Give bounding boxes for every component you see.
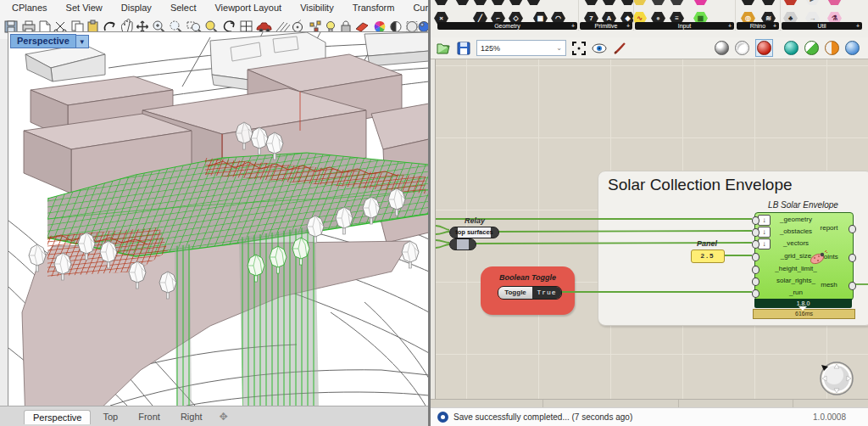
input-nub[interactable] [752,289,760,298]
input-vectors[interactable]: _vectors [769,239,823,247]
tab-perspective[interactable]: Perspective [24,410,91,424]
viewport-title[interactable]: Perspective [10,34,76,48]
zoom-icon[interactable] [153,21,164,32]
input-nub[interactable] [752,216,760,225]
gh-canvas[interactable]: Solar Collection Envelope Relay top surf… [431,59,868,399]
gh-tab-geometry[interactable]: Geometry+ [437,22,577,30]
pan-hand-icon[interactable] [122,20,133,34]
gh-palette-icon-play[interactable]: ▶ [805,0,820,5]
tab-top[interactable]: Top [94,410,126,423]
gh-palette-icon[interactable] [455,0,470,5]
output-nub[interactable] [849,282,856,290]
move-icon[interactable] [137,21,148,32]
gh-tab-primitive[interactable]: Primitive+ [580,22,632,30]
gh-palette-icon[interactable] [473,0,487,5]
rhino-viewport[interactable] [8,32,429,406]
viewport-title-tab[interactable]: Perspective ▼ [10,34,89,48]
input-nub[interactable] [752,253,760,261]
save-file-icon[interactable] [456,41,471,56]
tab-right[interactable]: Right [172,410,211,423]
window-divider[interactable] [428,0,431,426]
new-file-icon[interactable] [40,21,50,32]
gh-palette-icon[interactable] [584,0,598,5]
new-viewport-icon[interactable]: ✥ [220,411,228,423]
menu-visibility[interactable]: Visibility [300,3,334,13]
menu-set-view[interactable]: Set View [66,3,103,13]
doc-preview-orange-icon[interactable] [825,41,839,55]
gh-palette-icon-ruler[interactable] [632,0,647,5]
input-nub[interactable] [752,277,760,286]
menu-select[interactable]: Select [170,3,197,13]
gh-palette-icon[interactable] [670,0,684,5]
preview-mode-icons [715,39,868,57]
zoom-dynamic-icon[interactable] [170,21,181,32]
rotate-view-icon[interactable] [225,21,234,31]
copy-icon[interactable] [72,21,83,33]
gh-palette-icon-cherries[interactable] [783,0,798,5]
gh-palette-icon[interactable] [526,0,541,5]
gh-tab-rhino[interactable]: Rhino+ [737,22,779,30]
car-icon[interactable] [257,23,271,32]
doc-preview-teal-icon[interactable] [784,41,798,55]
gh-palette-icon[interactable] [491,0,505,5]
boolean-toggle-component[interactable]: Toggle True [498,286,562,300]
lb-solar-envelope-component[interactable]: ↓ ↓ ↓ _geometry _obstacles _vectors _gri… [754,212,854,300]
sphere-dashed-icon[interactable] [407,22,417,32]
menu-display[interactable]: Display [121,3,152,13]
gh-palette-icon-gradient[interactable] [693,0,708,5]
gh-palette-icon[interactable] [761,0,776,5]
arc-center-icon[interactable] [293,20,303,32]
gh-palette-icon[interactable] [509,0,523,5]
input-height-limit[interactable]: _height_limit_ [769,265,823,272]
gh-tab-input[interactable]: Input+ [635,22,734,30]
input-nub[interactable] [752,228,760,237]
save-icon[interactable] [5,21,17,32]
doc-preview-blue-icon[interactable] [845,41,860,55]
viewport-layout-icon[interactable] [241,21,252,31]
output-report[interactable]: report [812,224,846,232]
input-run[interactable]: _run [769,289,823,296]
paste-icon[interactable] [88,20,97,33]
zoom-level-dropdown[interactable]: 125% ⌄ [476,40,566,56]
lock-icon[interactable] [342,21,350,32]
preview-wireframe-icon[interactable] [735,41,749,55]
relay-unnamed[interactable] [449,238,476,250]
menu-transform[interactable]: Transform [353,3,395,13]
tab-front[interactable]: Front [130,410,169,423]
sphere-shaded-icon[interactable] [391,22,401,32]
gh-palette-icon[interactable] [741,0,755,5]
output-nub[interactable] [849,225,856,233]
color-wheel-icon[interactable] [375,21,386,32]
gh-palette-icon[interactable] [602,0,616,5]
menu-viewport-layout[interactable]: Viewport Layout [214,3,281,13]
input-geometry[interactable]: _geometry [769,216,823,223]
zoom-extents-icon[interactable] [571,41,587,56]
viewport-menu-chevron-icon[interactable]: ▼ [76,35,89,48]
undo-icon[interactable] [105,23,114,31]
number-panel[interactable]: 2.5 [691,249,725,263]
output-mesh[interactable]: mesh [812,281,846,289]
zoom-selected-icon[interactable] [206,21,217,32]
input-nub[interactable] [752,266,760,274]
lamp-icon[interactable] [327,22,335,33]
sketch-pencil-icon[interactable] [612,41,627,56]
gh-palette-icon[interactable] [651,0,665,5]
open-file-icon[interactable] [436,41,451,56]
gh-palette-icon-ball[interactable] [827,0,842,5]
print-icon[interactable] [23,21,35,33]
gh-tab-util[interactable]: Util+ [782,22,862,30]
menu-cplanes[interactable]: CPlanes [12,3,47,13]
toggle-value[interactable]: True [532,287,561,299]
canvas-nav-widget[interactable] [816,358,855,397]
toggle-button[interactable]: Toggle [498,287,532,299]
preview-off-icon[interactable] [715,41,729,55]
preview-eye-icon[interactable] [592,41,607,56]
output-nub[interactable] [849,254,856,262]
input-nub[interactable] [752,240,760,249]
doc-preview-green-icon[interactable] [804,41,819,55]
gh-palette-icon[interactable] [434,0,448,5]
relay-top-surfaces[interactable]: top surfaces [449,227,499,238]
wedge-icon[interactable] [356,23,368,31]
point-cloud-icon[interactable] [310,21,320,31]
preview-shaded-selected[interactable] [755,39,773,57]
